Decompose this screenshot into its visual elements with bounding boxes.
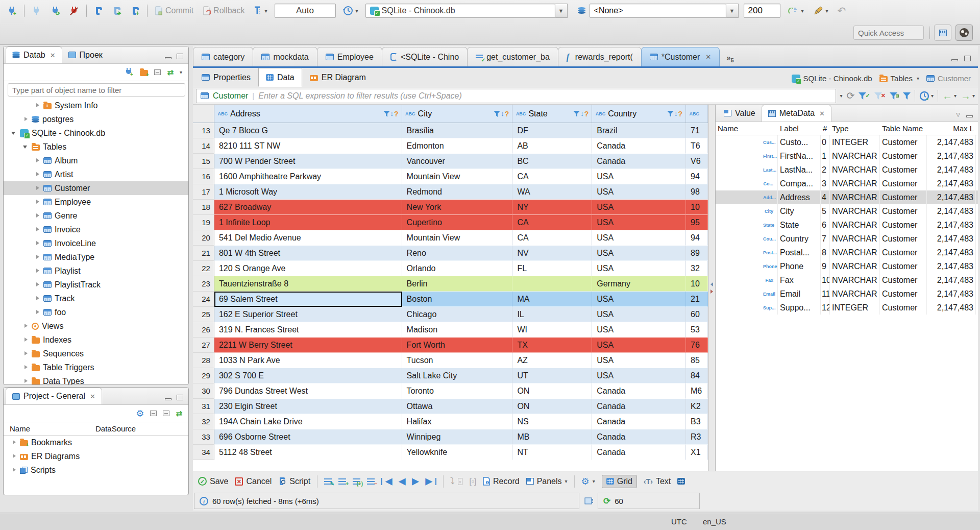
cell[interactable]: 801 W 4th Street bbox=[214, 246, 402, 261]
expand-arrow-icon[interactable] bbox=[34, 157, 41, 164]
cell[interactable]: Salt Lake City bbox=[402, 368, 513, 383]
cell[interactable]: Brazil bbox=[592, 123, 686, 138]
metadata-column-name[interactable]: Name bbox=[716, 124, 778, 133]
grid-row-25[interactable]: 25162 E Superior StreetChicagoILUSA60 bbox=[193, 307, 708, 322]
expand-arrow-icon[interactable] bbox=[34, 212, 41, 219]
cell[interactable]: Canada bbox=[592, 445, 686, 460]
editor-tab-mockdata[interactable]: mockdata bbox=[253, 47, 317, 66]
cell[interactable]: 162 E Superior Street bbox=[214, 307, 402, 322]
grid-row-15[interactable]: 15700 W Pender StreetVancouverBCCanadaV6 bbox=[193, 154, 708, 169]
undo-button[interactable]: ↶ bbox=[836, 3, 848, 18]
cell[interactable]: USA bbox=[592, 215, 686, 230]
cell[interactable]: Mountain View bbox=[402, 230, 513, 246]
cell[interactable]: Canada bbox=[592, 414, 686, 429]
metadata-row-suppo[interactable]: Sup...Suppo...12INTEGERCustomer2,147,483 bbox=[716, 301, 978, 315]
new-sql-editor-button[interactable] bbox=[92, 3, 105, 18]
grid-row-33[interactable]: 33696 Osborne StreetWinnipegMBCanadaR3 bbox=[193, 429, 708, 445]
tab-value[interactable]: Value bbox=[718, 105, 762, 122]
grid-row-27[interactable]: 272211 W Berry StreetFort WorthTXUSA76 bbox=[193, 338, 708, 353]
cell[interactable]: WI bbox=[512, 322, 592, 338]
cell[interactable]: Qe 7 Bloco G bbox=[214, 123, 402, 138]
cell[interactable]: Germany bbox=[592, 276, 686, 292]
metadata-column-max-l[interactable]: Max L bbox=[927, 124, 976, 133]
tree-item-album[interactable]: Album bbox=[4, 154, 188, 167]
grid-row-34[interactable]: 345112 48 StreetYellowknifeNTCanadaX1 bbox=[193, 445, 708, 460]
dbeaver-perspective-button[interactable] bbox=[955, 25, 973, 41]
script-button[interactable]: Script bbox=[278, 477, 310, 486]
cell[interactable]: USA bbox=[592, 246, 686, 261]
cell[interactable]: 95 bbox=[686, 215, 708, 230]
cell[interactable]: 541 Del Medio Avenue bbox=[214, 230, 402, 246]
project-item-bookmarks[interactable]: Bookmarks bbox=[4, 436, 188, 449]
next-row-button[interactable]: ▶ bbox=[412, 476, 419, 487]
connection-dropdown-button[interactable]: ▼ bbox=[555, 4, 568, 18]
cell[interactable]: CA bbox=[512, 230, 592, 246]
connection-combo[interactable]: SQLite - Chinook.db bbox=[365, 4, 555, 18]
navigator-filter-input[interactable] bbox=[8, 83, 185, 97]
rollback-button[interactable]: Rollback bbox=[201, 3, 247, 18]
delete-row-button[interactable]: − bbox=[367, 478, 375, 485]
text-view-button[interactable]: ‹T› Text bbox=[644, 477, 671, 486]
grid-row-32[interactable]: 32194A Chain Lake DriveHalifaxNSCanadaB3 bbox=[193, 414, 708, 429]
editor-tab-customer[interactable]: *Customer✕ bbox=[641, 47, 720, 66]
column-datasource-header[interactable]: DataSource bbox=[95, 424, 136, 433]
new-folder-icon[interactable] bbox=[140, 70, 148, 76]
metadata-row-phone[interactable]: PhonePhone9NVARCHARCustomer2,147,483 bbox=[716, 259, 978, 273]
cell[interactable]: UT bbox=[512, 368, 592, 383]
column-header-address[interactable]: ABCAddress↕? bbox=[214, 105, 402, 123]
cell[interactable]: 84 bbox=[686, 368, 708, 383]
cell[interactable]: USA bbox=[592, 230, 686, 246]
auto-refresh-box[interactable]: ⟳ 60 bbox=[598, 493, 700, 509]
maximize-icon[interactable] bbox=[964, 56, 971, 61]
new-connection-icon[interactable]: + bbox=[125, 68, 134, 77]
tree-item-employee[interactable]: Employee bbox=[4, 195, 188, 209]
row-number[interactable]: 29 bbox=[193, 368, 214, 383]
cell[interactable]: 98 bbox=[686, 184, 708, 200]
row-number[interactable]: 19 bbox=[193, 215, 214, 230]
cell[interactable]: Tucson bbox=[402, 353, 513, 368]
first-row-button[interactable]: ◀ bbox=[381, 476, 392, 487]
metadata-row-fax[interactable]: FaxFax10NVARCHARCustomer2,147,483 bbox=[716, 273, 978, 287]
cell[interactable]: 85 bbox=[686, 353, 708, 368]
quick-access-input[interactable] bbox=[853, 26, 924, 40]
cell[interactable]: Tauentzienstraße 8 bbox=[214, 276, 402, 292]
link-with-editor-icon[interactable]: ⇄ bbox=[176, 409, 182, 418]
row-number[interactable]: 17 bbox=[193, 184, 214, 200]
cell[interactable] bbox=[512, 276, 592, 292]
cancel-button[interactable]: ✕ Cancel bbox=[235, 477, 272, 486]
grid-row-29[interactable]: 29302 S 700 ESalt Lake CityUTUSA84 bbox=[193, 368, 708, 383]
new-sql-script-button[interactable]: + bbox=[129, 3, 142, 18]
subtab-properties[interactable]: Properties bbox=[194, 68, 258, 87]
cell[interactable]: Vancouver bbox=[402, 154, 513, 169]
cell[interactable]: 1033 N Park Ave bbox=[214, 353, 402, 368]
minimize-icon[interactable] bbox=[951, 59, 958, 61]
expand-arrow-icon[interactable] bbox=[11, 439, 17, 446]
commit-button[interactable]: Commit bbox=[153, 3, 195, 18]
project-item-scripts[interactable]: Scripts bbox=[4, 463, 188, 477]
custom-filter-button[interactable] bbox=[903, 92, 911, 100]
cell[interactable]: USA bbox=[592, 338, 686, 353]
cell[interactable]: 94 bbox=[686, 169, 708, 184]
cell[interactable]: Canada bbox=[592, 429, 686, 445]
breadcrumb-customer[interactable]: Customer bbox=[926, 74, 971, 83]
cell[interactable]: X1 bbox=[686, 445, 708, 460]
expand-arrow-icon[interactable] bbox=[22, 336, 29, 343]
tree-item-genre[interactable]: Genre bbox=[4, 209, 188, 223]
filter-sort-icon[interactable]: ↕? bbox=[494, 110, 509, 118]
grid-row-17[interactable]: 171 Microsoft WayRedmondWAUSA98 bbox=[193, 184, 708, 200]
row-number[interactable]: 23 bbox=[193, 276, 214, 292]
cell[interactable]: T6 bbox=[686, 138, 708, 154]
sql-history-button[interactable]: ▾ bbox=[341, 3, 360, 18]
add-row-button[interactable]: + bbox=[338, 478, 346, 485]
cell[interactable]: 194A Chain Lake Drive bbox=[214, 414, 402, 429]
expand-arrow-icon[interactable] bbox=[34, 309, 41, 316]
auto-sync-button[interactable]: ▾ bbox=[786, 3, 806, 18]
row-number-header[interactable] bbox=[193, 105, 214, 123]
schema-combo-group[interactable] bbox=[576, 3, 587, 18]
cell[interactable]: USA bbox=[592, 200, 686, 215]
cell[interactable]: Canada bbox=[592, 154, 686, 169]
breadcrumb-sqlite-chinook-db[interactable]: SQLite - Chinook.db bbox=[792, 74, 872, 83]
tree-item-views[interactable]: Views bbox=[4, 319, 188, 333]
row-number[interactable]: 18 bbox=[193, 200, 214, 215]
cell[interactable]: R3 bbox=[686, 429, 708, 445]
